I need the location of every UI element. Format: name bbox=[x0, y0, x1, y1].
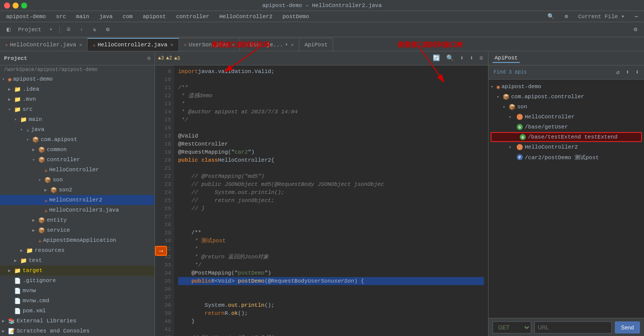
tree-item-scratches[interactable]: ▶ 📝 Scratches and Consoles bbox=[0, 326, 154, 336]
toolbar-icon-more[interactable]: ⋯ bbox=[632, 12, 640, 21]
code-line-25: // return jsonObject; bbox=[178, 196, 484, 205]
tab-user-je[interactable]: ☕ User.je... ▾ ✕ bbox=[240, 38, 299, 51]
toolbar-btn-down[interactable]: ↓ bbox=[76, 24, 87, 35]
menu-item-4[interactable]: java bbox=[97, 13, 114, 21]
code-line-16 bbox=[178, 124, 484, 132]
toolbar-btn-gear[interactable]: ⚙ bbox=[102, 24, 113, 35]
file-icon-gitignore: 📄 bbox=[14, 278, 21, 284]
ap-tree-test-extend[interactable]: G /base/testExtend testExtend bbox=[491, 132, 642, 142]
folder-icon-src: 📁 bbox=[14, 106, 21, 113]
apipost-toolbar-btn1[interactable]: ↺ bbox=[614, 68, 621, 77]
tree-item-hello-controller[interactable]: ☕ HelloController bbox=[0, 165, 154, 175]
code-line-22: // @PostMapping("md5") bbox=[178, 172, 484, 180]
tree-item-entity[interactable]: ▶ 📦 entity bbox=[0, 215, 154, 225]
tree-item-mvnwcmd[interactable]: 📄 mvnw.cmd bbox=[0, 296, 154, 306]
ap-tree-hc2[interactable]: ▾ HelloController2 bbox=[489, 142, 644, 152]
tab-close-icon[interactable]: ✕ bbox=[79, 42, 82, 48]
toolbar-icon-search[interactable]: 🔍 bbox=[545, 12, 556, 21]
toolbar-icon-settings[interactable]: ⚙ bbox=[562, 12, 570, 21]
ap-hc2-icon bbox=[517, 144, 523, 150]
tree-label-java: java bbox=[31, 126, 44, 132]
tree-item-mvn[interactable]: ▶ 📁 .mvn bbox=[0, 94, 154, 104]
search-btn-4[interactable]: ⬇ bbox=[468, 53, 475, 63]
tree-arrow-src: ▾ bbox=[8, 107, 14, 112]
tab-hello-controller[interactable]: ☕ HelloController.java ✕ bbox=[0, 38, 88, 51]
search-btn-2[interactable]: 🔍 bbox=[444, 53, 456, 63]
maximize-button[interactable] bbox=[21, 3, 27, 9]
toolbar-btn-list[interactable]: ≡ bbox=[63, 24, 74, 35]
tree-item-son2[interactable]: ▶ 📦 son2 bbox=[0, 185, 154, 195]
menu-item-5[interactable]: com bbox=[121, 13, 135, 21]
menu-item-1[interactable]: apipost-demo bbox=[4, 13, 48, 21]
tree-item-pom[interactable]: 📄 pom.xml bbox=[0, 306, 154, 316]
sidebar-toggle-icon[interactable]: ◧ bbox=[3, 24, 14, 35]
ap-root-icon: ◉ bbox=[497, 84, 500, 90]
tab-close-icon3[interactable]: ✕ bbox=[231, 42, 234, 48]
menu-item-2[interactable]: src bbox=[54, 13, 68, 21]
toolbar-btn-sort[interactable]: ⇅ bbox=[89, 24, 100, 35]
project-label: Project bbox=[16, 27, 43, 33]
ap-tree-hc[interactable]: ▾ HelloController bbox=[489, 112, 644, 122]
tree-item-mvnw[interactable]: 📄 mvnw bbox=[0, 286, 154, 296]
apipost-toolbar-btn2[interactable]: ⬆ bbox=[624, 68, 631, 77]
tab-apipost[interactable]: ApiPost bbox=[299, 38, 333, 51]
menu-item-3[interactable]: main bbox=[74, 13, 91, 21]
tree-label-mvnwcmd: mvnw.cmd bbox=[23, 298, 49, 304]
tree-item-test[interactable]: ▶ 📁 test bbox=[0, 255, 154, 265]
send-button[interactable]: Send bbox=[615, 321, 640, 333]
tab-hello-controller2[interactable]: ☕ HelloController2.java ✕ bbox=[88, 38, 179, 51]
close-button[interactable] bbox=[4, 3, 10, 9]
tree-item-apipost-demo[interactable]: ▾ ◉ apipost-demo bbox=[0, 74, 154, 84]
tree-item-idea[interactable]: ▶ 📁 .idea bbox=[0, 84, 154, 94]
toolbar-btn-right1[interactable]: ⚙ bbox=[630, 24, 641, 35]
code-lines[interactable]: import javax.validation.Valid; /** * 遗感d… bbox=[174, 65, 488, 336]
project-dropdown-icon[interactable]: ▾ bbox=[45, 24, 56, 35]
folder-icon-ext: 📚 bbox=[8, 318, 15, 324]
tree-item-java[interactable]: ▾ ☕ java bbox=[0, 124, 154, 135]
code-line-15: */ bbox=[178, 116, 484, 124]
tree-item-hc3[interactable]: ☕ HelloController3.java bbox=[0, 205, 154, 215]
ap-tree-root[interactable]: ▾ ◉ apipost-demo bbox=[489, 82, 644, 92]
tree-label-common: common bbox=[47, 147, 67, 153]
tree-item-src[interactable]: ▾ 📁 src bbox=[0, 104, 154, 114]
method-select[interactable]: GET POST PUT DELETE bbox=[493, 321, 531, 333]
sidebar-icon-1[interactable]: ⚙ bbox=[147, 55, 150, 61]
folder-icon-service: 📦 bbox=[38, 227, 45, 234]
tree-item-target[interactable]: ▶ 📁 target bbox=[0, 265, 154, 276]
tree-item-resources[interactable]: ▶ 📁 resources bbox=[0, 245, 154, 255]
tree-item-external-libs[interactable]: ▶ 📚 External Libraries bbox=[0, 316, 154, 326]
tree-item-son[interactable]: ▾ 📦 son bbox=[0, 175, 154, 185]
tree-item-common[interactable]: ▶ 📦 common bbox=[0, 145, 154, 155]
tree-item-hc2[interactable]: ☕ HelloController2 bbox=[0, 195, 154, 205]
tab-close-icon4[interactable]: ✕ bbox=[291, 42, 294, 48]
url-input[interactable] bbox=[534, 321, 612, 333]
minimize-button[interactable] bbox=[13, 3, 19, 9]
ap-tree-post-demo[interactable]: P /car2/postDemo 测试post bbox=[489, 152, 644, 162]
tab-dropdown-icon[interactable]: ▾ bbox=[285, 42, 288, 47]
tree-item-service[interactable]: ▶ 📦 service bbox=[0, 225, 154, 235]
menu-item-6[interactable]: apipost bbox=[141, 13, 168, 21]
menu-item-8[interactable]: HelloController2 bbox=[217, 13, 275, 21]
tab-close-icon2[interactable]: ✕ bbox=[171, 42, 174, 48]
code-line-41 bbox=[178, 325, 484, 333]
apipost-toolbar-btn3[interactable]: ⬇ bbox=[633, 68, 641, 77]
apipost-tab-label[interactable]: ApiPost bbox=[493, 54, 520, 63]
ap-tree-controller[interactable]: ▾ 📦 com.apipost.controller bbox=[489, 92, 644, 102]
sidebar-path: /workSpace/apipost/apipost-demo bbox=[0, 65, 154, 74]
tab-user-son[interactable]: ☕ UserSon.java ✕ bbox=[179, 38, 240, 51]
tree-item-com-apipost[interactable]: ▾ 📦 com.apipost bbox=[0, 135, 154, 145]
search-btn-1[interactable]: 🔄 bbox=[431, 53, 442, 63]
folder-icon-mvn: 📁 bbox=[14, 96, 21, 103]
ap-tree-get-user[interactable]: G /base/getUser bbox=[489, 122, 644, 132]
search-btn-3[interactable]: ⬆ bbox=[458, 53, 465, 63]
window-controls[interactable] bbox=[4, 3, 27, 9]
tree-item-app[interactable]: ☕ ApipostDemoApplication bbox=[0, 235, 154, 245]
tree-item-gitignore[interactable]: 📄 .gitignore bbox=[0, 276, 154, 286]
menu-item-9[interactable]: postDemo bbox=[281, 13, 311, 21]
tree-item-main[interactable]: ▾ 📁 main bbox=[0, 114, 154, 124]
search-btn-5[interactable]: ≡ bbox=[477, 54, 485, 63]
tree-item-controller[interactable]: ▾ 📦 controller bbox=[0, 155, 154, 165]
ap-tree-son[interactable]: ▾ 📦 son bbox=[489, 102, 644, 112]
menu-item-7[interactable]: controller bbox=[174, 13, 211, 21]
ap-test-extend-label: /base/testExtend testExtend bbox=[528, 134, 617, 140]
